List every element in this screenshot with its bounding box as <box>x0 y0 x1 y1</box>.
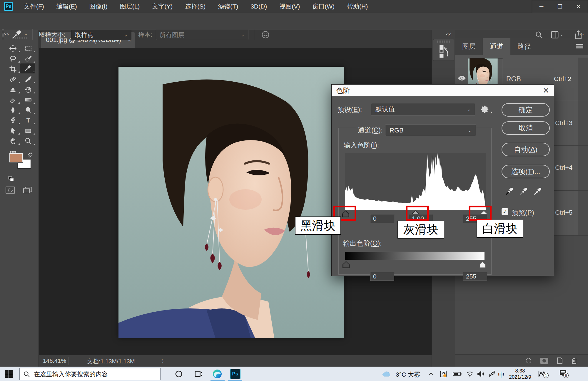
menu-filter[interactable]: 滤镜(T) <box>212 0 244 13</box>
load-selection-icon[interactable] <box>525 357 532 364</box>
healing-brush-tool-icon[interactable] <box>5 74 21 84</box>
menu-image[interactable]: 图像(I) <box>83 0 114 13</box>
gradient-tool-icon[interactable] <box>21 95 36 105</box>
weather-cloud-icon[interactable] <box>382 370 392 379</box>
foreground-color-swatch[interactable] <box>9 153 23 162</box>
tool-preset-chevron-icon[interactable]: ⌄ <box>24 31 28 36</box>
sample-size-select[interactable]: 取样点⌄ <box>71 30 131 40</box>
search-icon[interactable] <box>534 30 543 40</box>
channel-name[interactable]: RGB <box>506 75 521 83</box>
pen-icon[interactable] <box>488 370 496 379</box>
edge-icon[interactable] <box>212 369 222 380</box>
lasso-tool-icon[interactable] <box>5 54 21 64</box>
zoom-level[interactable]: 146.41% <box>43 357 66 364</box>
photoshop-taskbar-icon[interactable]: Ps <box>230 369 240 379</box>
tab-paths[interactable]: 路径 <box>510 38 538 55</box>
menu-3d[interactable]: 3D(D) <box>244 0 273 13</box>
marquee-tool-icon[interactable] <box>21 43 36 53</box>
cancel-button[interactable]: 取消 <box>502 121 550 135</box>
quick-mask-icon[interactable] <box>5 186 15 195</box>
share-icon[interactable] <box>574 30 583 41</box>
path-selection-tool-icon[interactable] <box>5 126 21 136</box>
status-bar: 146.41% 文档:1.13M/1.13M 〉 <box>39 355 432 367</box>
crop-tool-icon[interactable] <box>5 64 21 74</box>
weather-temp[interactable]: 3°C 大雾 <box>396 370 420 379</box>
menu-view[interactable]: 视图(V) <box>273 0 306 13</box>
ok-button[interactable]: 确定 <box>502 103 550 117</box>
eyedropper-options-icon[interactable] <box>12 29 22 41</box>
blur-tool-icon[interactable] <box>5 105 21 115</box>
move-tool-icon[interactable] <box>5 43 21 53</box>
task-view-icon[interactable] <box>194 370 202 379</box>
hand-tool-icon[interactable] <box>5 136 21 146</box>
set-white-point-eyedropper-icon[interactable] <box>533 187 542 197</box>
new-channel-icon[interactable] <box>556 357 563 364</box>
visibility-eye-icon[interactable] <box>457 75 466 82</box>
clock[interactable]: 8:38 2021/12/9 <box>508 368 532 380</box>
default-colors-icon[interactable] <box>8 176 15 184</box>
menu-help[interactable]: 帮助(H) <box>341 0 374 13</box>
close-button[interactable]: ✕ <box>569 0 588 13</box>
set-black-point-eyedropper-icon[interactable] <box>505 187 514 197</box>
workspace-chevron-icon[interactable]: ⌄ <box>560 32 563 37</box>
menu-edit[interactable]: 编辑(E) <box>50 0 83 13</box>
minimize-button[interactable]: ─ <box>532 0 551 13</box>
zoom-tool-icon[interactable] <box>21 136 36 146</box>
output-black-field[interactable]: 0 <box>370 272 394 281</box>
screen-mode-icon[interactable] <box>23 186 32 195</box>
mail-app-icon[interactable]: 1 <box>537 369 547 379</box>
collapse-panels-left-button[interactable]: << <box>446 32 452 37</box>
preset-options-gear-icon[interactable]: ▾ <box>480 105 492 115</box>
restore-button[interactable]: ❐ <box>551 0 569 13</box>
menu-type[interactable]: 文字(Y) <box>146 0 179 13</box>
workspace-switcher-icon[interactable] <box>550 31 559 40</box>
brush-tool-icon[interactable] <box>21 74 36 84</box>
add-mask-icon[interactable] <box>540 357 549 364</box>
channel-select[interactable]: RGB⌄ <box>385 125 476 136</box>
dialog-close-icon[interactable]: ✕ <box>543 86 549 95</box>
sampling-ring-icon[interactable] <box>261 30 270 40</box>
output-white-field[interactable]: 255 <box>463 272 487 281</box>
history-brush-tool-icon[interactable] <box>21 85 36 95</box>
wifi-icon[interactable] <box>466 370 474 379</box>
tab-channels[interactable]: 通道 <box>483 38 510 55</box>
dialog-title-bar[interactable]: 色阶 ✕ <box>332 85 554 96</box>
preset-select[interactable]: 默认值⌄ <box>371 103 475 115</box>
black-output-slider[interactable] <box>343 261 350 268</box>
set-gray-point-eyedropper-icon[interactable] <box>519 187 528 197</box>
cortana-icon[interactable] <box>175 370 183 379</box>
dodge-tool-icon[interactable] <box>21 105 36 115</box>
eyedropper-tool-icon[interactable] <box>20 63 35 73</box>
type-tool-icon[interactable]: T <box>21 115 36 125</box>
swap-colors-icon[interactable] <box>27 152 34 159</box>
menu-file[interactable]: 文件(F) <box>18 0 50 13</box>
start-button-icon[interactable] <box>5 370 13 379</box>
notification-icon[interactable]: 8 <box>559 369 567 379</box>
eraser-tool-icon[interactable] <box>5 95 21 105</box>
history-panel-collapsed-button[interactable] <box>433 39 454 61</box>
pen-tool-icon[interactable] <box>5 115 21 125</box>
menu-window[interactable]: 窗口(W) <box>306 0 341 13</box>
volume-icon[interactable] <box>477 370 485 379</box>
input-black-field[interactable]: 0 <box>370 214 394 223</box>
taskbar-search-input[interactable]: 在这里输入你要搜索的内容 <box>19 368 161 380</box>
tab-layers[interactable]: 图层 <box>455 38 483 55</box>
status-chevron-icon[interactable]: 〉 <box>161 357 167 365</box>
panel-menu-icon[interactable] <box>575 43 584 51</box>
preview-checkbox[interactable]: ✓ <box>502 208 508 215</box>
ime-indicator[interactable]: 中 <box>498 370 505 379</box>
tray-chevron-up-icon[interactable] <box>428 372 434 377</box>
shape-tool-icon[interactable] <box>21 126 36 136</box>
collapse-tools-button[interactable]: << <box>4 31 9 36</box>
tray-app-icon[interactable] <box>439 370 447 379</box>
menu-layer[interactable]: 图层(L) <box>114 0 146 13</box>
menu-bar: Ps 文件(F) 编辑(E) 图像(I) 图层(L) 文字(Y) 选择(S) 滤… <box>0 0 588 13</box>
clone-stamp-tool-icon[interactable] <box>5 85 21 95</box>
battery-icon[interactable] <box>453 371 462 378</box>
options-button[interactable]: 选项(T)... <box>502 165 550 178</box>
auto-button[interactable]: 自动(A) <box>502 143 550 156</box>
delete-channel-icon[interactable] <box>571 357 577 364</box>
menu-select[interactable]: 选择(S) <box>179 0 212 13</box>
quick-selection-tool-icon[interactable] <box>21 54 36 64</box>
white-output-slider[interactable] <box>479 261 486 268</box>
